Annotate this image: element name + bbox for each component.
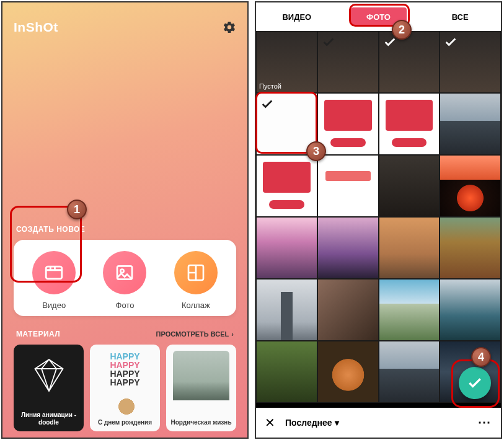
gallery-thumb[interactable] xyxy=(256,217,317,279)
material-section-label: МАТЕРИАЛ xyxy=(16,330,60,338)
view-all-button[interactable]: ПРОСМОТРЕТЬ ВСЕL › xyxy=(156,330,234,338)
more-icon[interactable]: ⋮ xyxy=(477,416,492,429)
create-card: Видео Фото Коллаж xyxy=(14,240,236,316)
material-birthday[interactable]: HAPPYHAPPYHAPPYHAPPY С днем рождения xyxy=(90,345,160,431)
material-birthday-label: С днем рождения xyxy=(98,419,152,426)
material-doodle-label: Линия анимации - doodle xyxy=(17,411,80,426)
check-icon xyxy=(383,35,397,49)
gallery-thumb[interactable] xyxy=(256,155,317,217)
gallery-thumb[interactable] xyxy=(379,93,440,155)
gallery-thumb[interactable] xyxy=(317,93,379,155)
create-collage-button[interactable]: Коллаж xyxy=(162,251,230,310)
bottom-bar: ✕ Последнее ▾ ⋮ xyxy=(256,408,501,438)
view-all-label: ПРОСМОТРЕТЬ ВСЕL xyxy=(156,330,229,338)
create-collage-label: Коллаж xyxy=(182,301,210,310)
empty-label: Пустой xyxy=(259,82,281,90)
gallery-thumb[interactable] xyxy=(379,155,440,217)
confirm-fab[interactable] xyxy=(459,367,491,399)
gallery-thumb[interactable] xyxy=(317,279,379,341)
inshot-home-screen: InShOt СОЗДАТЬ НОВОЕ Видео Фото Коллаж М… xyxy=(1,1,249,439)
gallery-thumb[interactable] xyxy=(317,31,379,93)
diamond-icon xyxy=(30,356,68,393)
gallery-thumb[interactable] xyxy=(379,31,440,93)
gallery-thumb[interactable] xyxy=(440,93,501,155)
gallery-thumb[interactable] xyxy=(440,279,501,341)
check-icon xyxy=(322,35,335,49)
photo-icon xyxy=(103,251,146,294)
create-photo-button[interactable]: Фото xyxy=(91,251,159,310)
album-dropdown[interactable]: Последнее ▾ xyxy=(285,418,339,428)
gallery-grid[interactable]: Пустой xyxy=(256,31,501,408)
check-icon xyxy=(260,97,274,111)
material-nordic-label: Нордическая жизнь xyxy=(170,419,231,426)
create-video-label: Видео xyxy=(42,301,66,310)
cat-decor xyxy=(111,394,142,419)
step-badge-3: 3 xyxy=(306,141,326,161)
step-badge-2: 2 xyxy=(392,20,412,40)
album-label: Последнее xyxy=(285,418,332,428)
gallery-thumb[interactable] xyxy=(256,279,317,341)
happy-text-decor: HAPPYHAPPYHAPPYHAPPY xyxy=(90,352,160,387)
picker-tabs: ВИДЕО ФОТО ВСЕ xyxy=(256,2,501,31)
gallery-thumb[interactable] xyxy=(379,279,440,341)
step-badge-1: 1 xyxy=(67,200,87,219)
create-photo-label: Фото xyxy=(116,301,135,310)
close-icon[interactable]: ✕ xyxy=(265,415,275,430)
thumb-blank-option[interactable]: Пустой xyxy=(256,31,317,93)
gallery-thumb[interactable] xyxy=(379,341,440,403)
settings-icon[interactable] xyxy=(223,20,236,34)
check-icon xyxy=(444,35,458,49)
check-icon xyxy=(467,375,483,391)
chevron-down-icon: ▾ xyxy=(335,418,339,428)
gallery-thumb[interactable] xyxy=(440,155,501,217)
nordic-decor xyxy=(173,351,229,400)
tab-all[interactable]: ВСЕ xyxy=(419,12,501,22)
tab-video[interactable]: ВИДЕО xyxy=(256,12,338,22)
material-nordic[interactable]: Нордическая жизнь xyxy=(166,345,236,431)
gallery-thumb[interactable] xyxy=(379,217,440,279)
chevron-right-icon: › xyxy=(231,330,234,338)
collage-icon xyxy=(174,251,218,294)
svg-point-2 xyxy=(121,270,124,273)
gallery-thumb[interactable] xyxy=(440,31,501,93)
gallery-thumb[interactable] xyxy=(317,341,379,403)
home-header: InShOt xyxy=(14,15,236,40)
material-grid: Линия анимации - doodle HAPPYHAPPYHAPPYH… xyxy=(14,345,236,431)
video-icon xyxy=(32,251,76,294)
app-logo: InShOt xyxy=(14,20,58,35)
step-badge-4: 4 xyxy=(471,347,491,367)
create-section-label: СОЗДАТЬ НОВОЕ xyxy=(16,225,234,234)
create-video-button[interactable]: Видео xyxy=(20,251,88,310)
gallery-thumb[interactable] xyxy=(317,155,379,217)
material-doodle[interactable]: Линия анимации - doodle xyxy=(14,345,84,431)
gallery-thumb[interactable] xyxy=(440,217,501,279)
gallery-thumb[interactable] xyxy=(317,217,379,279)
gallery-thumb[interactable] xyxy=(256,341,317,403)
